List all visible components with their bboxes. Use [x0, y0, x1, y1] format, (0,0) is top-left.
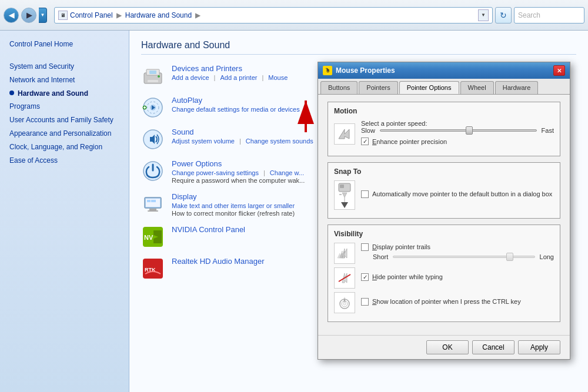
- power-links: Change power-saving settings | Change w.…: [172, 169, 305, 176]
- tab-hardware[interactable]: Hardware: [495, 81, 539, 94]
- display-title[interactable]: Display: [172, 192, 295, 201]
- power-saving-link[interactable]: Change power-saving settings: [172, 169, 259, 176]
- short-label: Short: [373, 253, 388, 260]
- hide-typing-label: Hide pointer while typing: [372, 273, 443, 280]
- display-icon: [141, 192, 165, 216]
- realtek-title[interactable]: Realtek HD Audio Manager: [172, 257, 265, 266]
- dialog-close-button[interactable]: ✕: [553, 65, 565, 76]
- sidebar-item-user-accounts[interactable]: User Accounts and Family Safety: [0, 113, 129, 127]
- dialog-titlebar: 🖱 Mouse Properties ✕: [318, 62, 570, 79]
- cancel-button[interactable]: Cancel: [472, 340, 514, 354]
- svg-text:NV: NV: [144, 234, 153, 241]
- power-title[interactable]: Power Options: [172, 159, 305, 168]
- tab-pointers[interactable]: Pointers: [359, 81, 397, 94]
- ok-button[interactable]: OK: [426, 340, 469, 354]
- search-box[interactable]: Search: [514, 7, 584, 24]
- address-text: Control Panel ▶ Hardware and Sound ▶: [70, 11, 202, 19]
- mouse-link[interactable]: Mouse: [268, 74, 288, 81]
- tab-pointer-options[interactable]: Pointer Options: [399, 81, 459, 94]
- sidebar: Control Panel Home System and Security N…: [0, 31, 129, 392]
- sound-content: Sound Adjust system volume | Change syst…: [172, 128, 313, 145]
- show-ctrl-checkbox[interactable]: [361, 298, 369, 306]
- adjust-volume-link[interactable]: Adjust system volume: [172, 138, 235, 145]
- sidebar-label: User Accounts and Family Safety: [9, 115, 113, 125]
- apply-button[interactable]: Apply: [518, 340, 560, 354]
- change-sounds-link[interactable]: Change system sounds: [246, 138, 313, 145]
- sidebar-label: Programs: [9, 102, 40, 112]
- snapto-label: Snap To: [334, 167, 554, 176]
- trails-slider[interactable]: [393, 256, 534, 258]
- enhance-precision-checkbox[interactable]: [361, 138, 369, 145]
- sidebar-label: System and Security: [9, 62, 74, 72]
- sidebar-item-network-internet[interactable]: Network and Internet: [0, 73, 129, 87]
- display-links: Make text and other items larger or smal…: [172, 202, 295, 209]
- visibility-section: Visibility Display pointer trails: [328, 225, 560, 322]
- sidebar-label: Appearance and Personalization: [9, 129, 111, 139]
- hide-typing-checkbox[interactable]: [361, 273, 369, 281]
- sidebar-item-system-security[interactable]: System and Security: [0, 60, 129, 73]
- forward-button[interactable]: ▶: [21, 8, 36, 23]
- sidebar-label: Network and Internet: [9, 75, 75, 85]
- sidebar-item-programs[interactable]: Programs: [0, 100, 129, 113]
- autoplay-content: AutoPlay Change default settings for med…: [172, 96, 300, 113]
- snapto-icon: [334, 180, 355, 210]
- active-bullet: [9, 91, 14, 95]
- speed-label: Select a pointer speed:: [361, 120, 554, 127]
- dialog-footer: OK Cancel Apply: [318, 335, 570, 359]
- address-dropdown-button[interactable]: ▼: [478, 9, 489, 21]
- sidebar-item-ease-access[interactable]: Ease of Access: [0, 154, 129, 167]
- nvidia-title[interactable]: NVIDIA Control Panel: [172, 225, 245, 234]
- trails-label: Display pointer trails: [372, 243, 430, 250]
- power-change-link[interactable]: Change w...: [270, 169, 304, 176]
- show-ctrl-icon: [334, 292, 355, 313]
- long-label: Long: [540, 253, 554, 260]
- power-icon: [141, 159, 165, 183]
- hide-typing-content: Hide pointer while typing: [361, 273, 554, 283]
- tab-wheel[interactable]: Wheel: [460, 81, 494, 94]
- snapto-content: Automatically move pointer to the defaul…: [361, 190, 554, 200]
- trails-checkbox[interactable]: [361, 243, 369, 251]
- refresh-button[interactable]: ↻: [495, 7, 512, 24]
- sidebar-item-clock-language[interactable]: Clock, Language, and Region: [0, 140, 129, 154]
- devices-printers-icon: [141, 64, 165, 88]
- address-bar[interactable]: 🖥 Control Panel ▶ Hardware and Sound ▶ ▼: [54, 7, 493, 24]
- sidebar-label: Hardware and Sound: [18, 89, 88, 99]
- search-placeholder: Search: [518, 11, 540, 19]
- nav-dropdown-button[interactable]: ▼: [39, 8, 47, 23]
- svg-rect-18: [148, 210, 158, 212]
- trails-slider-thumb[interactable]: [506, 253, 513, 261]
- breadcrumb-cp[interactable]: Control Panel: [70, 11, 113, 19]
- add-printer-link[interactable]: Add a printer: [220, 74, 257, 81]
- svg-marker-33: [341, 202, 348, 208]
- power-desc: Require a password when the computer wak…: [172, 177, 305, 184]
- autoplay-title[interactable]: AutoPlay: [172, 96, 300, 105]
- sidebar-item-appearance[interactable]: Appearance and Personalization: [0, 127, 129, 140]
- breadcrumb-has[interactable]: Hardware and Sound: [125, 11, 192, 19]
- speed-slider-thumb[interactable]: [466, 126, 473, 135]
- sidebar-item-hardware-sound[interactable]: Hardware and Sound: [0, 87, 129, 100]
- enhance-precision-row: Enhance pointer precision: [361, 138, 554, 145]
- show-ctrl-content: Show location of pointer when I press th…: [361, 298, 554, 308]
- svg-marker-31: [342, 193, 347, 197]
- motion-speed-row: Select a pointer speed: Slow Fast Enhanc…: [334, 120, 554, 148]
- snapto-checkbox[interactable]: [361, 190, 369, 198]
- motion-label: Motion: [334, 107, 554, 115]
- autoplay-icon: [141, 96, 165, 119]
- speed-slider[interactable]: [380, 129, 537, 132]
- sound-links: Adjust system volume | Change system sou…: [172, 138, 313, 145]
- nvidia-icon: NV: [141, 225, 165, 249]
- svg-point-3: [158, 75, 160, 78]
- tab-buttons[interactable]: Buttons: [320, 81, 358, 94]
- trails-content: Display pointer trails Short Long: [361, 243, 554, 264]
- address-icon: 🖥: [58, 11, 68, 20]
- add-device-link[interactable]: Add a device: [172, 74, 209, 81]
- sound-title[interactable]: Sound: [172, 128, 313, 136]
- text-larger-link[interactable]: Make text and other items larger or smal…: [172, 202, 295, 209]
- sidebar-home[interactable]: Control Panel Home: [0, 38, 129, 55]
- trails-icon: [334, 243, 355, 264]
- content-header: Hardware and Sound: [141, 40, 576, 55]
- back-button[interactable]: ◀: [4, 8, 19, 23]
- devices-printers-title[interactable]: Devices and Printers: [172, 64, 288, 73]
- autoplay-link[interactable]: Change default settings for media or dev…: [172, 106, 300, 113]
- enhance-precision-label: Enhance pointer precision: [372, 138, 447, 145]
